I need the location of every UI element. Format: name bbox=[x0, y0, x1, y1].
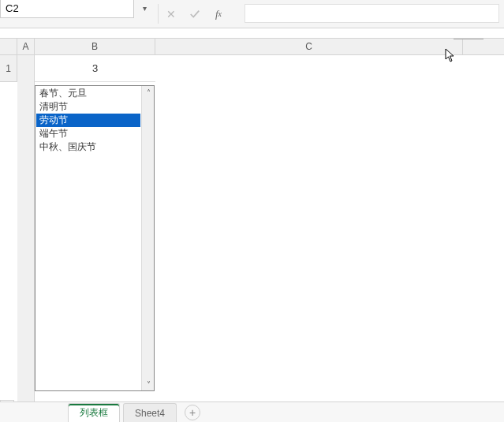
list-item[interactable]: 春节、元旦 bbox=[36, 87, 140, 100]
column-header-a[interactable]: A bbox=[17, 39, 35, 54]
column-header-b[interactable]: B bbox=[35, 39, 155, 54]
grid-area[interactable]: 1 3 春节、元旦 清明节 劳动节 端午节 中秋、国庆节 ˄ ˅ bbox=[0, 55, 504, 410]
sheet-tab-bar: 列表框 Sheet4 + bbox=[0, 401, 504, 422]
listbox-scrollbar[interactable]: ˄ ˅ bbox=[141, 86, 154, 390]
cancel-formula-icon[interactable]: ✕ bbox=[166, 9, 177, 20]
sheet-tab-active[interactable]: 列表框 bbox=[68, 403, 120, 422]
scroll-up-icon[interactable]: ˄ bbox=[142, 86, 155, 99]
separator bbox=[158, 4, 159, 24]
name-box-dropdown-icon[interactable]: ▾ bbox=[143, 0, 147, 17]
row-header-1[interactable]: 1 bbox=[0, 55, 17, 82]
column-a-gutter bbox=[17, 55, 35, 410]
column-header-row: A B C bbox=[0, 38, 504, 55]
select-all-corner[interactable] bbox=[0, 39, 17, 54]
listbox-items: 春节、元旦 清明节 劳动节 端午节 中秋、国庆节 bbox=[36, 87, 140, 390]
column-resize-indicator bbox=[454, 39, 483, 42]
add-sheet-button[interactable]: + bbox=[185, 405, 200, 420]
list-item[interactable]: 清明节 bbox=[36, 100, 140, 114]
list-item[interactable]: 中秋、国庆节 bbox=[36, 140, 140, 154]
column-header-c[interactable]: C bbox=[155, 39, 463, 54]
mouse-cursor-icon bbox=[445, 48, 456, 65]
formula-input[interactable] bbox=[245, 4, 499, 23]
name-box[interactable]: ▾ bbox=[0, 0, 134, 18]
name-box-input[interactable] bbox=[1, 2, 143, 14]
accept-formula-icon[interactable] bbox=[189, 9, 200, 20]
listbox-control[interactable]: 春节、元旦 清明节 劳动节 端午节 中秋、国庆节 ˄ ˅ bbox=[35, 85, 155, 391]
list-item-selected[interactable]: 劳动节 bbox=[36, 114, 140, 127]
insert-function-icon[interactable]: fx bbox=[213, 9, 224, 20]
list-item[interactable]: 端午节 bbox=[36, 127, 140, 140]
scroll-down-icon[interactable]: ˅ bbox=[142, 378, 155, 390]
sheet-tab[interactable]: Sheet4 bbox=[123, 403, 177, 422]
formula-bar: ▾ ✕ fx bbox=[0, 0, 504, 28]
cell-b1[interactable]: 3 bbox=[35, 55, 155, 82]
tab-nav-spacer bbox=[0, 402, 68, 422]
